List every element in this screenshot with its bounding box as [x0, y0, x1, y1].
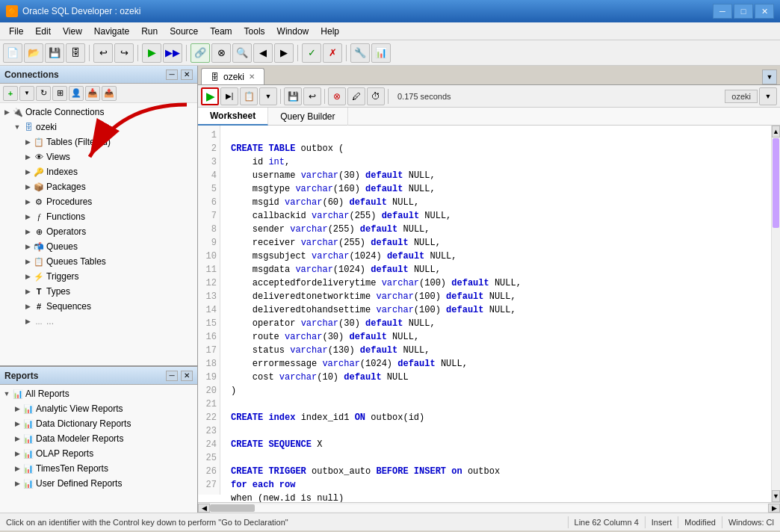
sql-code[interactable]: CREATE TABLE outbox ( id int, username v… — [231, 129, 765, 502]
menu-run[interactable]: Run — [135, 25, 164, 38]
tree-operators[interactable]: ▶ ⊕ Operators — [0, 224, 197, 239]
close-button[interactable]: ✕ — [755, 4, 774, 19]
menu-tools[interactable]: Tools — [238, 25, 271, 38]
save-all-button[interactable]: 🗄 — [66, 43, 85, 63]
window-title: Oracle SQL Developer : ozeki — [22, 6, 140, 16]
tree-olap-reports[interactable]: ▶ 📊 OLAP Reports — [0, 446, 197, 461]
tree-ozeki[interactable]: ▼ 🗄 ozeki — [0, 120, 197, 134]
disconnect-button[interactable]: ⊗ — [211, 43, 231, 63]
autotrace-btn[interactable]: ▼ — [259, 87, 277, 105]
undo-button[interactable]: ↩ — [93, 43, 113, 63]
scroll-right-btn[interactable]: ▶ — [768, 504, 780, 513]
run-statement-btn[interactable]: ▶ — [201, 87, 219, 105]
menu-navigate[interactable]: Navigate — [88, 25, 135, 38]
redo-button[interactable]: ↪ — [114, 43, 134, 63]
connections-minimize[interactable]: ─ — [166, 69, 178, 80]
export-btn[interactable]: 📤 — [102, 86, 117, 101]
scroll-down-btn[interactable]: ▼ — [772, 490, 780, 502]
tree-views[interactable]: ▶ 👁 Views — [0, 149, 197, 164]
status-insert: Insert — [651, 518, 672, 527]
connect-button[interactable]: 🔗 — [191, 43, 210, 63]
tree-oracle-connections[interactable]: ▶ 🔌 Oracle Connections — [0, 105, 197, 120]
connection-label: ozeki — [725, 90, 758, 103]
new-button[interactable]: 📄 — [3, 43, 22, 63]
tree-more[interactable]: ▶ ... ... — [0, 314, 197, 329]
menu-file[interactable]: File — [3, 25, 29, 38]
tree-triggers[interactable]: ▶ ⚡ Triggers — [0, 269, 197, 284]
scroll-thumb[interactable] — [773, 138, 779, 228]
filter-btn[interactable]: ⊞ — [52, 86, 67, 101]
tree-all-reports[interactable]: ▼ 📊 All Reports — [0, 386, 197, 401]
tab-ozeki[interactable]: 🗄 ozeki ✕ — [201, 68, 264, 84]
extra-btn2[interactable]: 📊 — [371, 43, 391, 63]
tree-tables[interactable]: ▶ 📋 Tables (Filtered) — [0, 134, 197, 149]
rollback-button[interactable]: ✗ — [323, 43, 342, 63]
menu-help[interactable]: Help — [315, 25, 345, 38]
schema-btn[interactable]: 👤 — [69, 86, 84, 101]
menu-window[interactable]: Window — [271, 25, 315, 38]
tree-functions[interactable]: ▶ f Functions — [0, 209, 197, 224]
commit-btn[interactable]: 💾 — [284, 87, 302, 105]
browse-button[interactable]: 🔍 — [232, 43, 252, 63]
refresh-btn[interactable]: ↻ — [36, 86, 51, 101]
tab-dropdown[interactable]: ▼ — [762, 69, 777, 84]
connection-dropdown[interactable]: ▼ — [759, 87, 777, 105]
nav-fwd-button[interactable]: ▶ — [274, 43, 294, 63]
minimize-button[interactable]: ─ — [713, 4, 732, 19]
maximize-button[interactable]: □ — [734, 4, 753, 19]
extra-btn1[interactable]: 🔧 — [350, 43, 370, 63]
scroll-left-btn[interactable]: ◀ — [198, 504, 210, 513]
status-modified: Modified — [684, 518, 716, 527]
worksheet-tabs: Worksheet Query Builder — [198, 108, 780, 126]
tree-data-modeler-reports[interactable]: ▶ 📊 Data Modeler Reports — [0, 431, 197, 446]
run-script-btn[interactable]: ▶| — [220, 87, 238, 105]
execution-time: 0.175 seconds — [397, 92, 451, 101]
tree-types[interactable]: ▶ T Types — [0, 284, 197, 299]
tree-procedures[interactable]: ▶ ⚙ Procedures — [0, 194, 197, 209]
status-message: Click on an identifier with the Control … — [6, 518, 562, 527]
connections-panel: Connections ─ ✕ + ▼ ↻ ⊞ 👤 📥 📤 — [0, 66, 197, 367]
commit-button[interactable]: ✓ — [302, 43, 321, 63]
tree-analytic-reports[interactable]: ▶ 📊 Analytic View Reports — [0, 401, 197, 416]
tree-indexes[interactable]: ▶ 🔑 Indexes — [0, 164, 197, 179]
reports-close[interactable]: ✕ — [181, 371, 193, 381]
tree-user-reports[interactable]: ▶ 📊 User Defined Reports — [0, 476, 197, 491]
menu-source[interactable]: Source — [164, 25, 204, 38]
code-editor[interactable]: 12345 678910 1112131415 1617181920 21222… — [198, 126, 771, 502]
tab-worksheet[interactable]: Worksheet — [198, 108, 268, 126]
import-btn[interactable]: 📥 — [85, 86, 100, 101]
run-main-button[interactable]: ▶ — [142, 43, 161, 63]
menu-team[interactable]: Team — [204, 25, 238, 38]
history-btn[interactable]: ⏱ — [367, 87, 385, 105]
open-button[interactable]: 📂 — [24, 43, 43, 63]
reports-panel: Reports ─ ✕ ▼ 📊 All Reports ▶ 📊 — [0, 367, 197, 513]
tab-close-btn[interactable]: ✕ — [249, 72, 255, 81]
toolbar-sep5 — [346, 45, 347, 61]
conn-dropdown[interactable]: ▼ — [19, 86, 34, 101]
save-button[interactable]: 💾 — [45, 43, 64, 63]
tree-data-dict-reports[interactable]: ▶ 📊 Data Dictionary Reports — [0, 416, 197, 431]
add-connection-btn[interactable]: + — [3, 86, 18, 101]
tree-packages[interactable]: ▶ 📦 Packages — [0, 179, 197, 194]
horizontal-scrollbar[interactable]: ◀ ▶ — [198, 502, 780, 513]
reports-header: Reports ─ ✕ — [0, 367, 197, 385]
rollback-btn[interactable]: ↩ — [303, 87, 321, 105]
connections-close[interactable]: ✕ — [181, 69, 193, 80]
format-btn[interactable]: 🖊 — [347, 87, 365, 105]
explain-plan-btn[interactable]: 📋 — [240, 87, 258, 105]
h-scroll-thumb[interactable] — [210, 504, 255, 512]
debug-button[interactable]: ▶▶ — [163, 43, 182, 63]
menu-edit[interactable]: Edit — [29, 25, 57, 38]
tree-sequences[interactable]: ▶ # Sequences — [0, 299, 197, 314]
menu-view[interactable]: View — [57, 25, 88, 38]
tree-queues[interactable]: ▶ 📬 Queues — [0, 239, 197, 254]
tree-timesten-reports[interactable]: ▶ 📊 TimesTen Reports — [0, 461, 197, 476]
reports-minimize[interactable]: ─ — [166, 371, 178, 381]
vertical-scrollbar[interactable]: ▲ ▼ — [771, 126, 780, 502]
cancel-query-btn[interactable]: ⊗ — [328, 87, 346, 105]
tree-queues-tables[interactable]: ▶ 📋 Queues Tables — [0, 254, 197, 269]
tab-query-builder[interactable]: Query Builder — [268, 108, 347, 126]
scroll-up-btn[interactable]: ▲ — [772, 126, 780, 137]
main-toolbar: 📄 📂 💾 🗄 ↩ ↪ ▶ ▶▶ 🔗 ⊗ 🔍 ◀ ▶ ✓ ✗ 🔧 📊 — [0, 40, 780, 66]
nav-back-button[interactable]: ◀ — [253, 43, 273, 63]
